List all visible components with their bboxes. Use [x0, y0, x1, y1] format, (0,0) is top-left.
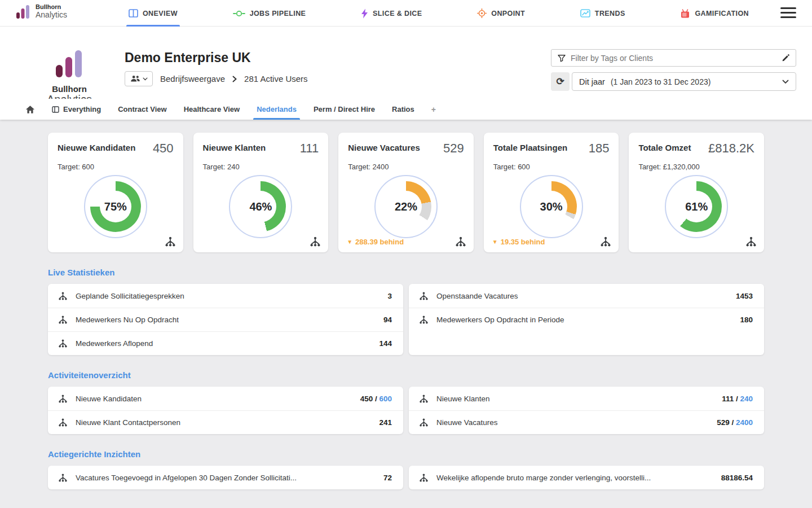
breadcrumb-active-users[interactable]: 281 Active Users: [244, 74, 308, 84]
list-item[interactable]: Nieuwe Kandidaten 450 / 600: [48, 387, 403, 410]
drilldown-icon[interactable]: [165, 236, 176, 247]
gauge-percent: 75%: [104, 200, 127, 213]
section-title-actiegerichte-inzichten: Actiegerichte Inzichten: [48, 449, 764, 459]
kpi-value: 185: [589, 141, 610, 156]
list-item[interactable]: Medewerkers Nu Op Opdracht 94 /: [48, 308, 403, 331]
section-title-live-statistieken: Live Statistieken: [48, 268, 764, 277]
chevron-down-icon: [782, 80, 789, 84]
activiteitenoverzicht-grid: Nieuwe Kandidaten 450 / 600 Nieuwe Klant…: [48, 387, 764, 434]
tab-label: Perm / Direct Hire: [314, 105, 375, 113]
kpi-card-totale-plaatsingen[interactable]: Totale Plaatsingen 185 Target: 600 30% ▼…: [484, 133, 619, 252]
nav-item-trends[interactable]: TRENDS: [580, 0, 625, 27]
brand-name: Bullhorn: [36, 4, 67, 11]
kpi-title: Totale Omzet: [638, 141, 691, 152]
stat-value: 88186.54 /: [721, 474, 753, 482]
tab-nederlands[interactable]: Nederlands: [257, 99, 297, 120]
stat-label: Nieuwe Kandidaten: [76, 395, 142, 403]
behind-label: 19.35 behind: [501, 238, 545, 246]
chevron-right-icon: [232, 76, 237, 82]
nav-item-slice-dice[interactable]: SLICE & DICE: [361, 0, 422, 27]
list-item[interactable]: Medewerkers Aflopend 144 /: [48, 331, 403, 355]
date-range-select[interactable]: Dit jaar (1 Jan 2023 to 31 Dec 2023): [572, 72, 796, 91]
chevron-down-icon: [143, 77, 148, 81]
kpi-title: Nieuwe Vacatures: [348, 141, 420, 152]
tab-contract-view[interactable]: Contract View: [118, 99, 166, 120]
list-item[interactable]: Wekelijke aflopende bruto marge zonder v…: [409, 466, 764, 489]
list-item[interactable]: Vacatures Toegevoegd in Afgelopen 30 Dag…: [48, 466, 403, 489]
add-tab-button[interactable]: +: [431, 105, 436, 114]
drilldown-icon: [419, 291, 429, 301]
brand-product: Analytics: [36, 11, 67, 19]
kpi-card-nieuwe-klanten[interactable]: Nieuwe Klanten 111 Target: 240 46% ▼: [193, 133, 329, 252]
stat-value: 144 /: [379, 339, 392, 348]
stat-value: 529 / 2400: [717, 418, 753, 427]
list-item[interactable]: Openstaande Vacatures 1453 /: [409, 284, 764, 308]
hamburger-menu-icon[interactable]: [780, 7, 796, 18]
kpi-card-nieuwe-kandidaten[interactable]: Nieuwe Kandidaten 450 Target: 600 75% ▼: [48, 133, 183, 252]
home-icon[interactable]: [25, 105, 35, 114]
stat-value: 1453 /: [736, 292, 753, 300]
stat-value: 72 /: [383, 474, 392, 482]
kpi-value: £818.2K: [708, 141, 754, 156]
refresh-button[interactable]: ⟳: [551, 72, 570, 91]
kpi-target: Target: 600: [58, 163, 174, 171]
tv-icon: [680, 8, 690, 18]
nav-item-onpoint[interactable]: ONPOINT: [477, 0, 525, 27]
funnel-filter-icon: [557, 54, 566, 63]
breadcrumb-view-name[interactable]: Bedrijfsweergave: [160, 74, 225, 84]
oneview-columns-icon: [129, 9, 138, 17]
drilldown-icon: [419, 473, 429, 483]
nav-item-jobs-pipeline[interactable]: JOBS PIPELINE: [233, 0, 306, 27]
nav-items: ONEVIEW JOBS PIPELINE SLICE & DICE: [129, 0, 749, 27]
behind-label: 288.39 behind: [355, 238, 404, 246]
tab-everything[interactable]: Everything: [52, 99, 101, 120]
stat-card: Geplande Sollicitatiegesprekken 3 / Mede…: [48, 284, 403, 355]
drilldown-icon[interactable]: [600, 236, 611, 247]
gauge-ring: 46%: [229, 175, 292, 238]
behind-indicator: ▼ 19.35 behind: [492, 238, 545, 246]
dashboard-tabs: Everything Contract View Healthcare View…: [0, 99, 812, 120]
nav-item-gamification[interactable]: GAMIFICATION: [680, 0, 749, 27]
nav-label: GAMIFICATION: [695, 10, 749, 17]
stat-card: Vacatures Toegevoegd in Afgelopen 30 Dag…: [48, 466, 403, 489]
drilldown-icon[interactable]: [745, 236, 757, 247]
kpi-card-totale-omzet[interactable]: Totale Omzet £818.2K Target: £1,320,000 …: [629, 133, 764, 252]
gauge-ring: 61%: [665, 175, 728, 238]
drilldown-icon: [58, 339, 68, 348]
kpi-card-nieuwe-vacatures[interactable]: Nieuwe Vacatures 529 Target: 2400 22% ▼ …: [338, 133, 474, 252]
list-item[interactable]: Nieuwe Klant Contactpersonen 241 /: [48, 410, 403, 434]
nav-label: JOBS PIPELINE: [250, 10, 306, 17]
nav-item-oneview[interactable]: ONEVIEW: [129, 0, 178, 27]
dashboard-content: Nieuwe Kandidaten 450 Target: 600 75% ▼ …: [0, 120, 812, 508]
drilldown-icon[interactable]: [310, 236, 321, 247]
tag-client-filter[interactable]: [551, 49, 796, 67]
view-selector-button[interactable]: [125, 71, 153, 86]
list-item[interactable]: Nieuwe Vacatures 529 / 2400: [409, 410, 764, 434]
list-item[interactable]: Geplande Sollicitatiegesprekken 3 /: [48, 284, 403, 308]
stat-value: 180 /: [740, 316, 753, 324]
nav-label: TRENDS: [595, 10, 625, 17]
nav-label: ONPOINT: [491, 10, 525, 17]
stat-card: Nieuwe Klanten 111 / 240 Nieuwe Vacature…: [409, 387, 764, 434]
triangle-down-icon: ▼: [492, 239, 498, 245]
edit-pencil-icon[interactable]: [782, 54, 790, 62]
kpi-target: Target: 2400: [348, 163, 464, 171]
drilldown-icon: [419, 418, 429, 427]
stat-card: Openstaande Vacatures 1453 / Medewerkers…: [409, 284, 764, 355]
stat-label: Geplande Sollicitatiegesprekken: [76, 292, 184, 300]
kpi-title: Nieuwe Kandidaten: [58, 141, 135, 152]
list-item[interactable]: Medewerkers Op Opdracht in Periode 180 /: [409, 308, 764, 331]
tab-label: Everything: [63, 105, 101, 113]
gauge-percent: 61%: [685, 200, 708, 213]
nav-label: ONEVIEW: [143, 10, 178, 17]
tab-label: Healthcare View: [184, 105, 240, 113]
stat-label: Wekelijke aflopende bruto marge zonder v…: [436, 474, 651, 482]
bullhorn-logo[interactable]: Bullhorn Analytics: [16, 4, 67, 20]
tab-ratios[interactable]: Ratios: [392, 99, 414, 120]
drilldown-icon[interactable]: [455, 236, 466, 247]
filter-input[interactable]: [571, 54, 777, 63]
tab-healthcare-view[interactable]: Healthcare View: [184, 99, 240, 120]
tab-perm-direct-hire[interactable]: Perm / Direct Hire: [314, 99, 375, 120]
list-item[interactable]: Nieuwe Klanten 111 / 240: [409, 387, 764, 410]
stat-value: 450 / 600: [360, 395, 392, 403]
